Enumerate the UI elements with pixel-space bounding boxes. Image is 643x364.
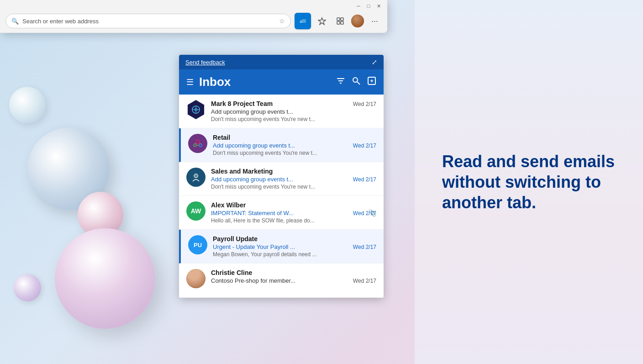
email-date-christie: Wed 2/17 (353, 278, 376, 284)
send-feedback-link[interactable]: Send feedback (185, 59, 225, 66)
avatar-mark8 (186, 100, 206, 119)
more-options-button[interactable]: ··· (368, 15, 382, 28)
email-preview-mark8: Don't miss upcoming events You're new t.… (211, 116, 376, 122)
email-subject-mark8: Add upcoming group events t... (211, 108, 376, 115)
email-item-mark8[interactable]: Mark 8 Project Team Wed 2/17 Add upcomin… (179, 95, 384, 128)
svg-rect-6 (337, 21, 340, 24)
avatar-christie (186, 269, 206, 288)
minimize-button[interactable]: ─ (355, 3, 362, 9)
popup-panel: Send feedback ⤢ ☰ Inbox (179, 55, 384, 298)
email-top-row-sales: Sales and Marketing (211, 168, 376, 175)
expand-icon[interactable]: ⤢ (372, 58, 377, 66)
svg-rect-7 (341, 21, 343, 24)
email-preview-retail: Don't miss upcoming events You're new t.… (213, 150, 376, 156)
sender-name-payroll: Payroll Update (213, 235, 258, 243)
svg-rect-4 (337, 18, 340, 21)
svg-point-11 (353, 78, 358, 82)
email-top-row-mark8: Mark 8 Project Team Wed 2/17 (211, 100, 376, 107)
email-content-sales: Sales and Marketing Add upcoming group e… (211, 168, 376, 190)
svg-line-12 (357, 82, 360, 84)
filter-icon[interactable] (336, 76, 345, 88)
email-top-row-alex: Alex Wilber (211, 201, 376, 209)
email-item-alex[interactable]: AW Alex Wilber IMPORTANT: Statement of W… (179, 196, 384, 230)
address-bar-row: 🔍 Search or enter web address ☆ O (0, 11, 387, 33)
avatar-sales (186, 168, 206, 187)
email-date-sales: Wed 2/17 (353, 176, 376, 183)
sender-name-alex: Alex Wilber (211, 201, 246, 209)
sender-name-sales: Sales and Marketing (211, 168, 273, 175)
email-item-christie[interactable]: Christie Cline Contoso Pre-shop for memb… (179, 264, 384, 298)
compose-icon[interactable] (367, 76, 376, 88)
svg-marker-3 (318, 18, 326, 25)
email-preview-sales: Don't miss upcoming events You're new t.… (211, 184, 376, 190)
hamburger-menu-icon[interactable]: ☰ (186, 77, 194, 87)
email-preview-payroll: Megan Bowen, Your payroll details need .… (213, 251, 376, 258)
email-subject-alex: IMPORTANT: Statement of W... Wed 2/17 (211, 210, 376, 216)
tagline-text: Read and send emails without switching t… (442, 151, 616, 213)
email-top-row-retail: Retail (213, 134, 376, 141)
browser-window: ─ □ ✕ 🔍 Search or enter web address ☆ O (0, 0, 387, 33)
email-item-sales[interactable]: Sales and Marketing Add upcoming group e… (179, 162, 384, 196)
email-content-payroll: Payroll Update Urgent - Update Your Payr… (213, 235, 376, 258)
popup-topbar: Send feedback ⤢ (179, 55, 384, 69)
close-button[interactable]: ✕ (375, 3, 382, 9)
svg-rect-1 (302, 19, 306, 23)
sender-name-mark8: Mark 8 Project Team (211, 100, 273, 107)
profile-avatar[interactable] (351, 15, 364, 27)
svg-text:O: O (300, 20, 302, 23)
address-bar[interactable]: 🔍 Search or enter web address ☆ (5, 14, 291, 28)
svg-point-22 (199, 144, 202, 147)
email-date-retail: Wed 2/17 (353, 142, 376, 149)
sphere-decoration-3 (55, 228, 155, 329)
svg-point-27 (195, 175, 197, 177)
maximize-button[interactable]: □ (365, 3, 372, 9)
svg-rect-5 (341, 18, 343, 21)
svg-point-21 (194, 144, 196, 147)
email-subject-sales: Add upcoming group events t... Wed 2/17 (211, 176, 376, 183)
title-bar: ─ □ ✕ (0, 0, 387, 11)
sphere-decoration-4 (9, 87, 46, 123)
email-subject-retail: Add upcoming group events t... Wed 2/17 (213, 142, 376, 149)
attachment-icon: 📎 (369, 209, 376, 216)
search-inbox-icon[interactable] (352, 76, 361, 88)
svg-point-20 (196, 140, 200, 143)
avatar-retail (188, 134, 207, 153)
email-content-alex: Alex Wilber IMPORTANT: Statement of W...… (211, 201, 376, 224)
inbox-header: ☰ Inbox (179, 69, 384, 95)
collections-button[interactable] (333, 14, 348, 28)
outlook-tab-icon[interactable]: O (295, 13, 311, 29)
email-subject-payroll: Urgent - Update Your Payroll ... Wed 2/1… (213, 243, 376, 250)
email-date-mark8: Wed 2/17 (353, 101, 376, 107)
email-date-payroll: Wed 2/17 (353, 244, 376, 250)
sender-name-retail: Retail (213, 134, 230, 141)
favorites-star-icon: ☆ (279, 17, 285, 25)
address-bar-text: Search or enter web address (22, 18, 275, 25)
email-content-mark8: Mark 8 Project Team Wed 2/17 Add upcomin… (211, 100, 376, 122)
favorites-button[interactable] (315, 14, 329, 28)
email-content-retail: Retail Add upcoming group events t... We… (213, 134, 376, 156)
email-content-christie: Christie Cline Contoso Pre-shop for memb… (211, 269, 376, 285)
avatar-alex: AW (186, 201, 206, 221)
email-subject-christie: Contoso Pre-shop for member... Wed 2/17 (211, 277, 376, 284)
avatar-payroll: PU (188, 235, 207, 254)
sender-name-christie: Christie Cline (211, 269, 252, 276)
email-top-row-christie: Christie Cline (211, 269, 376, 276)
email-item-retail[interactable]: Retail Add upcoming group events t... We… (179, 128, 384, 162)
inbox-actions (336, 76, 376, 88)
right-panel: Read and send emails without switching t… (415, 0, 643, 364)
email-list: Mark 8 Project Team Wed 2/17 Add upcomin… (179, 95, 384, 298)
sphere-decoration-5 (14, 274, 41, 301)
inbox-title: Inbox (199, 75, 331, 89)
email-item-payroll[interactable]: PU Payroll Update Urgent - Update Your P… (179, 230, 384, 264)
email-preview-alex: Hello all, Here is the SOW file, please … (211, 217, 376, 224)
search-icon: 🔍 (11, 18, 19, 25)
email-top-row-payroll: Payroll Update (213, 235, 376, 243)
